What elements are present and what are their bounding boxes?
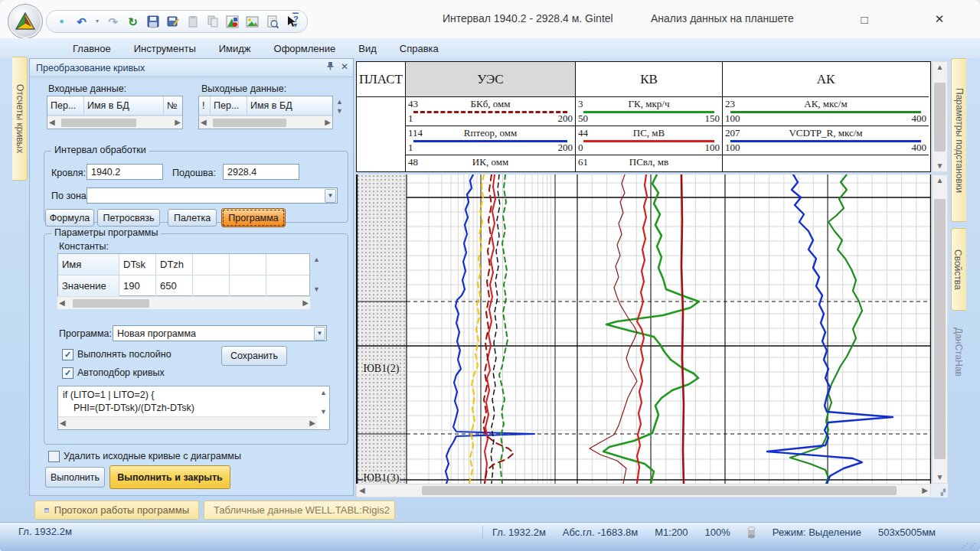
- remove-source-checkbox[interactable]: [48, 451, 60, 462]
- code-vscroll[interactable]: ▲▼: [320, 390, 327, 416]
- input-col-name[interactable]: Имя в БД: [84, 96, 164, 115]
- scroll-up-icon[interactable]: ▲: [336, 99, 343, 106]
- right-dock-tab-danstanav[interactable]: ДанСтаНав: [951, 315, 966, 389]
- constant-name-empty[interactable]: [193, 254, 230, 275]
- save-edit-icon[interactable]: [165, 15, 180, 29]
- constant-value-2[interactable]: 650: [156, 276, 193, 296]
- header-vscrollbar[interactable]: ▲ ▼: [932, 61, 948, 172]
- scroll-up-icon[interactable]: ▲: [320, 390, 327, 396]
- undo-icon[interactable]: ↶: [74, 15, 89, 29]
- constant-name-1[interactable]: DTsk: [119, 254, 156, 275]
- code-line-2[interactable]: PHI=(DT-DTsk)/(DTzh-DTsk): [58, 402, 329, 415]
- panel-close-icon[interactable]: ✕: [341, 61, 348, 72]
- constants-table-hscrollbar[interactable]: ◀ ▶: [57, 296, 310, 309]
- copy-icon[interactable]: [205, 15, 220, 29]
- output-data-table[interactable]: ! Пер... Имя в БД ◀ ▶: [198, 96, 333, 129]
- plot-vscrollbar[interactable]: ▲ ▼: [932, 174, 948, 484]
- constant-name-2[interactable]: DTzh: [156, 254, 193, 275]
- curve-header-ik[interactable]: 48 ИК, омм: [406, 155, 575, 172]
- run-and-close-button[interactable]: Выполнить и закрыть: [109, 465, 230, 489]
- zones-combo-dropdown-icon[interactable]: ▼: [325, 189, 336, 203]
- scroll-thumb[interactable]: [73, 299, 149, 308]
- programma-button[interactable]: Программа: [221, 208, 286, 227]
- menu-vid[interactable]: Вид: [347, 41, 388, 57]
- menu-oformlenie[interactable]: Оформление: [263, 41, 348, 57]
- constant-value-empty[interactable]: [266, 276, 309, 296]
- constants-table-vscroll[interactable]: ▲▼: [313, 256, 320, 293]
- scroll-thumb[interactable]: [422, 486, 897, 495]
- curve-header-rpteor[interactable]: 114 Rптеор, омм 1 200: [406, 126, 575, 155]
- track-col-ak[interactable]: АК 23 АК, мкс/м 100 400 207 VCDTP_R, мкс…: [723, 62, 929, 172]
- toolbar-overflow-icon[interactable]: ▔▾: [292, 14, 299, 29]
- top-depth-input[interactable]: 1940.2: [87, 164, 163, 180]
- scroll-thumb[interactable]: [213, 119, 286, 127]
- scroll-right-icon[interactable]: ▶: [922, 487, 928, 494]
- scroll-thumb[interactable]: [61, 119, 136, 127]
- scroll-thumb[interactable]: [934, 83, 946, 152]
- constants-row1-label[interactable]: Имя: [58, 254, 119, 275]
- curve-header-psvl[interactable]: 61 ПСвл, мв: [576, 155, 722, 172]
- scroll-down-icon[interactable]: ▼: [936, 162, 944, 170]
- bottom-depth-input[interactable]: 2928.4: [223, 164, 299, 180]
- scroll-thumb[interactable]: [934, 199, 946, 459]
- constants-row2-label[interactable]: Значение: [58, 276, 119, 296]
- input-col-num[interactable]: №: [164, 96, 182, 115]
- track-title-ak[interactable]: АК: [723, 62, 929, 97]
- constants-table[interactable]: Имя DTsk DTzh Значение 190 650: [57, 253, 310, 296]
- right-dock-tab-parametry-podstanovki[interactable]: Параметры подстановки: [951, 58, 966, 222]
- menu-instrumenty[interactable]: Инструменты: [122, 41, 207, 57]
- track-title-ues[interactable]: УЭС: [406, 62, 575, 97]
- curve-header-ak[interactable]: 23 АК, мкс/м 100 400: [723, 97, 929, 126]
- bottom-tab-protocol[interactable]: Протокол работы программы: [34, 500, 199, 520]
- plot-resize-grip[interactable]: ▞: [931, 484, 948, 497]
- scroll-down-icon[interactable]: ▼: [313, 286, 320, 293]
- save-program-button[interactable]: Сохранить: [221, 346, 287, 366]
- menu-spravka[interactable]: Справка: [388, 41, 450, 57]
- output-col-excl[interactable]: !: [199, 96, 211, 115]
- scroll-down-icon[interactable]: ▼: [336, 108, 343, 115]
- chart-image-icon[interactable]: [225, 15, 240, 29]
- scroll-up-icon[interactable]: ▲: [936, 177, 944, 184]
- curve-header-bkb[interactable]: 43 БКб, омм 1 200: [406, 97, 575, 126]
- scroll-down-icon[interactable]: ▼: [936, 474, 944, 481]
- close-button[interactable]: ✕: [923, 8, 956, 31]
- input-col-per[interactable]: Пер...: [47, 96, 84, 115]
- paletka-button[interactable]: Палетка: [168, 209, 217, 227]
- auto-pick-checkbox[interactable]: ✓: [62, 367, 74, 379]
- menu-imidzh[interactable]: Имидж: [207, 41, 263, 57]
- output-col-per[interactable]: Пер...: [211, 96, 247, 115]
- save-icon[interactable]: [145, 15, 160, 29]
- paste-icon[interactable]: [185, 15, 200, 29]
- scroll-right-icon[interactable]: ▶: [302, 299, 309, 307]
- curve-header-gk[interactable]: 3 ГК, мкр/ч 50 150: [576, 97, 722, 126]
- scroll-up-icon[interactable]: ▲: [313, 256, 320, 263]
- scroll-right-icon[interactable]: ▶: [325, 119, 331, 126]
- undo-dropdown-icon[interactable]: ▾: [94, 15, 100, 29]
- right-dock-tab-svojstva[interactable]: Свойства: [951, 228, 966, 311]
- window-resize-grip[interactable]: ⋰⋰: [962, 542, 977, 549]
- output-table-vscroll[interactable]: ▲▼: [336, 99, 343, 115]
- track-title-kv[interactable]: КВ: [576, 62, 722, 97]
- constant-name-empty[interactable]: [266, 254, 309, 275]
- scroll-left-icon[interactable]: ◀: [201, 119, 207, 126]
- curve-header-vcdtp[interactable]: 207 VCDTP_R, мкс/м 100 400: [723, 126, 929, 155]
- scroll-left-icon[interactable]: ◀: [60, 419, 66, 427]
- petrosvyaz-button[interactable]: Петросвязь: [97, 209, 160, 227]
- input-data-table[interactable]: Пер... Имя в БД № ◀ ▶: [47, 96, 183, 129]
- track-title-plast[interactable]: ПЛАСТ: [357, 62, 405, 97]
- plot-hscrollbar[interactable]: ◀ ▶: [356, 484, 931, 497]
- pin-icon[interactable]: [326, 61, 335, 70]
- scroll-left-icon[interactable]: ◀: [49, 119, 55, 126]
- picture-icon[interactable]: [245, 15, 260, 29]
- bottom-tab-table-data[interactable]: Табличные данные WELL.TABL:Rigis2: [204, 500, 395, 520]
- code-hscrollbar[interactable]: ◀ ▶: [58, 416, 317, 429]
- output-table-hscrollbar[interactable]: ◀ ▶: [199, 116, 332, 129]
- constant-name-empty[interactable]: [230, 254, 266, 275]
- constant-value-empty[interactable]: [230, 276, 266, 296]
- scroll-right-icon[interactable]: ▶: [175, 119, 181, 126]
- run-by-layer-checkbox[interactable]: ✓: [62, 349, 74, 360]
- scroll-left-icon[interactable]: ◀: [359, 487, 365, 494]
- app-logo-button[interactable]: [8, 4, 43, 39]
- menu-glavnoe[interactable]: Главное: [61, 41, 122, 57]
- program-code-editor[interactable]: if (LITO=1 | LITO=2) { PHI=(DT-DTsk)/(DT…: [57, 386, 330, 430]
